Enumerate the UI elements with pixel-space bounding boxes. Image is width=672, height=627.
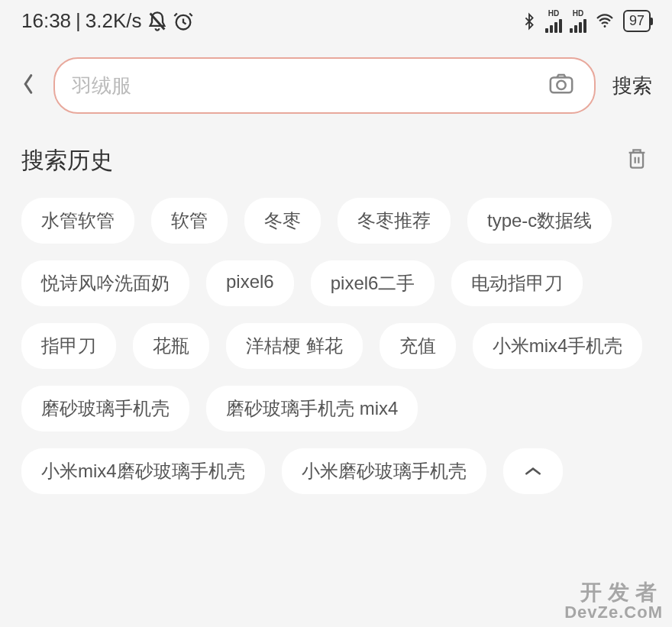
history-chip[interactable]: 小米mix4磨砂玻璃手机壳	[21, 448, 265, 494]
status-left: 16:38 | 3.2K/s	[21, 9, 194, 33]
mute-icon	[147, 11, 168, 32]
search-input[interactable]	[72, 74, 545, 98]
history-chip[interactable]: 花瓶	[133, 323, 209, 369]
history-chip[interactable]: pixel6	[206, 260, 294, 306]
camera-button[interactable]	[545, 69, 577, 102]
wifi-icon	[594, 12, 615, 31]
history-chip[interactable]: 冬枣	[244, 198, 321, 244]
search-button[interactable]: 搜索	[608, 73, 657, 99]
trash-icon	[626, 147, 648, 170]
history-chip[interactable]: 电动指甲刀	[451, 260, 583, 306]
search-row: 搜索	[0, 42, 672, 132]
history-chip[interactable]: 指甲刀	[21, 323, 116, 369]
history-chip[interactable]: 冬枣推荐	[338, 198, 451, 244]
history-chip[interactable]: 小米磨砂玻璃手机壳	[282, 448, 486, 494]
status-speed: 3.2K/s	[86, 9, 142, 33]
history-chip[interactable]: 洋桔梗 鲜花	[226, 323, 363, 369]
signal-1-icon: HD	[545, 10, 562, 33]
history-chips: 水管软管软管冬枣冬枣推荐type-c数据线悦诗风吟洗面奶pixel6pixel6…	[21, 198, 651, 494]
delete-history-button[interactable]	[623, 144, 651, 176]
alarm-icon	[173, 11, 194, 32]
history-chip[interactable]: 悦诗风吟洗面奶	[21, 260, 189, 306]
watermark-line1: 开发者	[564, 581, 663, 603]
signal-2-icon: HD	[570, 10, 586, 33]
history-chip[interactable]: 磨砂玻璃手机壳	[21, 386, 189, 431]
status-right: HD HD 97	[521, 10, 651, 33]
svg-rect-4	[631, 153, 643, 168]
history-title: 搜索历史	[21, 145, 113, 176]
battery-level: 97	[629, 13, 645, 29]
history-section: 搜索历史 水管软管软管冬枣冬枣推荐type-c数据线悦诗风吟洗面奶pixel6p…	[0, 132, 672, 506]
history-header: 搜索历史	[21, 144, 651, 176]
chevron-up-icon	[523, 466, 543, 477]
status-bar: 16:38 | 3.2K/s HD	[0, 0, 672, 42]
svg-rect-2	[551, 78, 572, 93]
history-chip[interactable]: 充值	[380, 323, 456, 369]
history-chip[interactable]: 小米mix4手机壳	[473, 323, 643, 369]
watermark-line2: DevZe.CoM	[564, 603, 663, 621]
camera-icon	[548, 73, 574, 95]
history-chip[interactable]: type-c数据线	[467, 198, 612, 244]
history-chip[interactable]: 磨砂玻璃手机壳 mix4	[206, 386, 418, 431]
status-divider: |	[76, 9, 81, 33]
expand-button[interactable]	[503, 448, 563, 494]
search-box[interactable]	[53, 57, 596, 114]
bluetooth-icon	[521, 11, 538, 31]
watermark: 开发者 DevZe.CoM	[564, 581, 663, 621]
history-chip[interactable]: 软管	[151, 198, 228, 244]
history-chip[interactable]: 水管软管	[21, 198, 134, 244]
history-chip[interactable]: pixel6二手	[311, 260, 435, 306]
status-time: 16:38	[21, 9, 71, 33]
battery-icon: 97	[623, 10, 651, 32]
svg-point-3	[557, 81, 565, 89]
back-button[interactable]	[15, 66, 41, 105]
